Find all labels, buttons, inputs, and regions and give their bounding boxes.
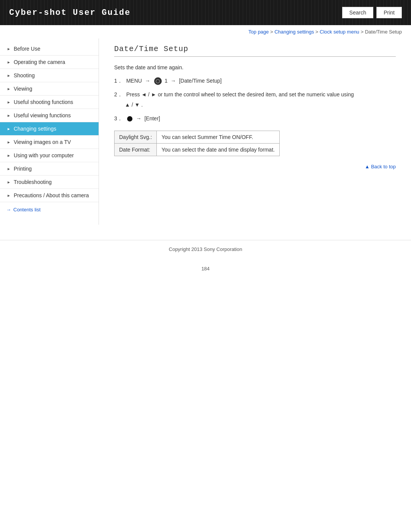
sidebar-label-changing-settings: Changing settings <box>14 126 56 132</box>
main-content: Date/Time Setup Sets the date and time a… <box>99 38 411 225</box>
step-3-arrow: → <box>136 115 142 121</box>
contents-list-arrow: → <box>6 207 11 212</box>
sidebar-item-useful-shooting[interactable]: ► Useful shooting functions <box>0 96 99 109</box>
step-1: 1． MENU → ◯ 1 → [Date/Time Setup] <box>114 77 396 85</box>
breadcrumb-clock-setup[interactable]: Clock setup menu <box>320 29 359 35</box>
app-title: Cyber-shot User Guide <box>9 8 131 18</box>
breadcrumb-changing-settings[interactable]: Changing settings <box>274 29 314 35</box>
step-1-arrow1: → <box>145 78 150 84</box>
back-to-top[interactable]: ▲ Back to top <box>114 164 396 169</box>
sidebar-item-computer[interactable]: ► Using with your computer <box>0 149 99 162</box>
step-2-arrows: ▲ / ▼ . <box>125 102 143 108</box>
sidebar-label-operating: Operating the camera <box>14 59 65 65</box>
sidebar-arrow-before-use: ► <box>7 47 11 51</box>
sidebar-item-viewing[interactable]: ► Viewing <box>0 82 99 96</box>
step-2: 2． Press ◄ / ► or turn the control wheel… <box>114 90 396 109</box>
breadcrumb-sep3: > <box>359 29 365 35</box>
info-table: Daylight Svg.: You can select Summer Tim… <box>114 131 280 156</box>
breadcrumb-current: Date/Time Setup <box>365 29 402 35</box>
step-2-number: 2． <box>114 91 123 97</box>
step-1-target: [Date/Time Setup] <box>179 78 221 84</box>
table-cell-daylight-label: Daylight Svg.: <box>115 131 157 143</box>
page-title: Date/Time Setup <box>114 45 396 57</box>
sidebar-label-viewing: Viewing <box>14 86 32 92</box>
sidebar-label-shooting: Shooting <box>14 72 35 78</box>
table-cell-date-format-value: You can select the date and time display… <box>157 143 280 156</box>
sidebar-item-precautions[interactable]: ► Precautions / About this camera <box>0 189 99 202</box>
sidebar-label-printing: Printing <box>14 166 32 172</box>
page-number: 184 <box>0 258 411 279</box>
step-1-menu: MENU <box>126 78 142 84</box>
step-1-num: 1 <box>165 78 168 84</box>
sidebar-arrow-useful-shooting: ► <box>7 100 11 104</box>
sidebar-item-printing[interactable]: ► Printing <box>0 162 99 176</box>
sidebar-item-troubleshooting[interactable]: ► Troubleshooting <box>0 176 99 189</box>
table-cell-daylight-value: You can select Summer Time ON/OFF. <box>157 131 280 143</box>
header: Cyber-shot User Guide Search Print <box>0 0 411 25</box>
sidebar-arrow-changing-settings: ► <box>7 127 11 131</box>
sidebar-item-changing-settings[interactable]: ► Changing settings <box>0 122 99 136</box>
breadcrumb: Top page > Changing settings > Clock set… <box>0 25 411 38</box>
footer: Copyright 2013 Sony Corporation <box>0 240 411 258</box>
step-2-indent: ▲ / ▼ . <box>125 101 396 109</box>
sidebar-arrow-viewing: ► <box>7 87 11 91</box>
breadcrumb-sep1: > <box>269 29 274 35</box>
breadcrumb-top-page[interactable]: Top page <box>249 29 269 35</box>
table-row-date-format: Date Format: You can select the date and… <box>115 143 280 156</box>
sidebar-item-useful-viewing[interactable]: ► Useful viewing functions <box>0 109 99 122</box>
sidebar-item-operating[interactable]: ► Operating the camera <box>0 56 99 69</box>
step-1-number: 1． <box>114 78 123 84</box>
sidebar-arrow-operating: ► <box>7 60 11 64</box>
sidebar-label-viewing-tv: Viewing images on a TV <box>14 139 71 145</box>
sidebar-label-computer: Using with your computer <box>14 152 74 158</box>
sidebar-label-before-use: Before Use <box>14 46 40 52</box>
step-3-target: [Enter] <box>144 115 160 121</box>
sidebar: ► Before Use ► Operating the camera ► Sh… <box>0 38 99 225</box>
sidebar-arrow-troubleshooting: ► <box>7 180 11 184</box>
sidebar-arrow-printing: ► <box>7 167 11 171</box>
breadcrumb-sep2: > <box>314 29 320 35</box>
sidebar-arrow-precautions: ► <box>7 193 11 198</box>
search-button[interactable]: Search <box>342 7 373 18</box>
layout: ► Before Use ► Operating the camera ► Sh… <box>0 38 411 225</box>
table-cell-date-format-label: Date Format: <box>115 143 157 156</box>
header-actions: Search Print <box>342 7 402 18</box>
sidebar-label-useful-viewing: Useful viewing functions <box>14 112 71 118</box>
print-button[interactable]: Print <box>376 7 402 18</box>
step-1-icon: ◯ <box>154 77 162 85</box>
step-2-text: Press ◄ / ► or turn the control wheel to… <box>126 91 354 97</box>
sidebar-label-useful-shooting: Useful shooting functions <box>14 99 73 105</box>
sidebar-label-troubleshooting: Troubleshooting <box>14 179 52 185</box>
sidebar-arrow-shooting: ► <box>7 73 11 78</box>
sidebar-item-viewing-tv[interactable]: ► Viewing images on a TV <box>0 136 99 149</box>
contents-list-link[interactable]: → Contents list <box>0 202 99 217</box>
sidebar-item-before-use[interactable]: ► Before Use <box>0 42 99 56</box>
sidebar-label-precautions: Precautions / About this camera <box>14 192 89 198</box>
intro-text: Sets the date and time again. <box>114 64 396 70</box>
sidebar-arrow-computer: ► <box>7 153 11 158</box>
contents-list-label: Contents list <box>13 207 41 212</box>
copyright: Copyright 2013 Sony Corporation <box>169 246 242 252</box>
table-row-daylight: Daylight Svg.: You can select Summer Tim… <box>115 131 280 143</box>
sidebar-arrow-viewing-tv: ► <box>7 140 11 144</box>
step-1-arrow2: → <box>170 78 176 84</box>
sidebar-arrow-useful-viewing: ► <box>7 113 11 118</box>
sidebar-item-shooting[interactable]: ► Shooting <box>0 69 99 82</box>
step-3: 3． → [Enter] <box>114 114 396 123</box>
step-3-number: 3． <box>114 115 123 121</box>
step-3-icon <box>127 116 132 121</box>
